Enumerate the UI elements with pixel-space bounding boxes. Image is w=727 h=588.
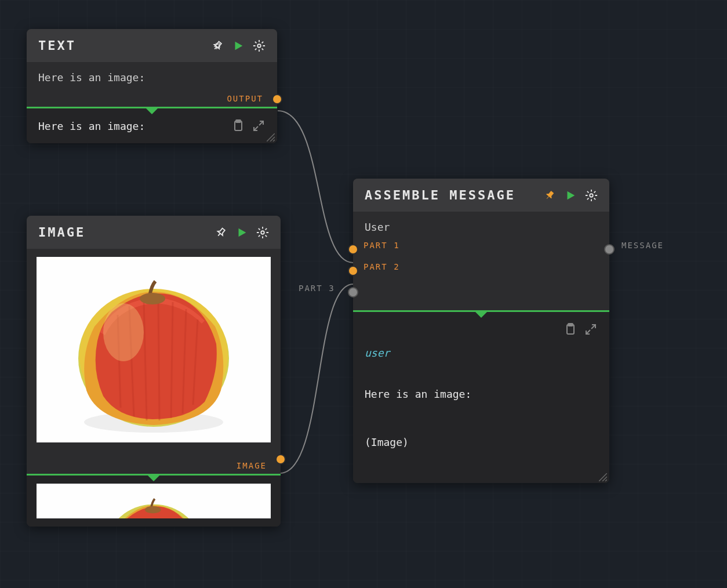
resize-handle[interactable]: [599, 473, 607, 481]
image-node[interactable]: IMAGE: [27, 216, 281, 527]
node-title: IMAGE: [38, 225, 85, 239]
text-node-header[interactable]: TEXT: [27, 29, 277, 62]
svg-point-8: [103, 303, 144, 361]
output-port[interactable]: [272, 94, 282, 104]
apple-image: [37, 257, 271, 442]
play-icon[interactable]: [235, 226, 248, 239]
svg-point-13: [590, 194, 593, 197]
node-title: TEXT: [38, 38, 76, 53]
assemble-role: User: [365, 221, 390, 233]
expand-icon[interactable]: [584, 322, 598, 336]
clipboard-icon[interactable]: [563, 322, 577, 336]
image-output-section: [27, 476, 281, 527]
divider: [27, 107, 277, 108]
divider: [353, 310, 609, 312]
resize-handle[interactable]: [267, 133, 275, 141]
svg-point-3: [261, 231, 264, 234]
gear-icon[interactable]: [256, 226, 269, 239]
svg-point-12: [145, 506, 161, 514]
clipboard-icon[interactable]: [231, 119, 245, 133]
message-port[interactable]: [604, 244, 615, 255]
text-node[interactable]: TEXT Here is an image: OUTPUT Here is an…: [27, 29, 277, 143]
assemble-output-section: user Here is an image: (Image): [353, 312, 609, 483]
svg-point-9: [140, 293, 165, 304]
text-node-body[interactable]: Here is an image: OUTPUT: [27, 62, 277, 107]
expand-icon[interactable]: [252, 119, 266, 133]
message-label: MESSAGE: [621, 241, 664, 250]
part3-label: PART 3: [299, 284, 335, 293]
part2-label: PART 2: [364, 262, 400, 271]
part2-port[interactable]: [348, 266, 358, 276]
pin-icon-filled[interactable]: [543, 189, 556, 202]
gear-icon[interactable]: [585, 189, 598, 202]
gear-icon[interactable]: [253, 39, 266, 52]
assemble-node-body[interactable]: User PART 1 PART 2 PART 3 MESSAGE: [353, 212, 609, 310]
play-icon[interactable]: [232, 39, 245, 52]
output-line2: (Image): [365, 436, 556, 448]
part3-port[interactable]: [348, 287, 358, 297]
image-node-header[interactable]: IMAGE: [27, 216, 281, 249]
divider: [27, 474, 281, 476]
output-line1: Here is an image:: [365, 388, 556, 400]
output-user-label: user: [365, 347, 556, 359]
image-port-label: IMAGE: [237, 461, 267, 470]
svg-point-0: [257, 44, 261, 48]
part1-label: PART 1: [364, 241, 400, 250]
pin-icon[interactable]: [215, 226, 227, 239]
assemble-message-node[interactable]: ASSEMBLE MESSAGE User PART 1 PART 2 PART…: [353, 179, 609, 483]
image-node-body[interactable]: IMAGE: [27, 249, 281, 474]
part1-port[interactable]: [348, 244, 358, 255]
output-text: Here is an image:: [38, 120, 224, 132]
assemble-node-header[interactable]: ASSEMBLE MESSAGE: [353, 179, 609, 212]
output-port-label: OUTPUT: [227, 94, 263, 103]
pin-icon[interactable]: [211, 39, 224, 52]
node-title: ASSEMBLE MESSAGE: [365, 188, 515, 202]
apple-image-crop: [37, 484, 271, 518]
image-output-port[interactable]: [275, 454, 286, 464]
image-output-preview: [37, 484, 271, 518]
play-icon[interactable]: [564, 189, 577, 202]
text-content: Here is an image:: [38, 71, 145, 84]
image-preview: [37, 257, 271, 442]
